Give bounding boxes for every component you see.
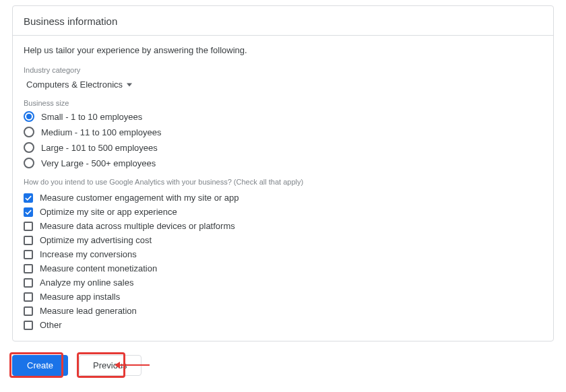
checkbox-label: Measure content monetization bbox=[40, 263, 157, 273]
checkbox-leads[interactable]: Measure lead generation bbox=[24, 306, 542, 316]
footer-actions: Create Previous bbox=[12, 355, 554, 376]
checkbox-optimize[interactable]: Optimize my site or app experience bbox=[24, 207, 542, 217]
usage-group: Measure customer engagement with my site… bbox=[24, 193, 542, 330]
checkbox-icon bbox=[24, 250, 33, 259]
card-body: Help us tailor your experience by answer… bbox=[13, 36, 553, 341]
checkbox-icon bbox=[24, 207, 33, 217]
checkbox-label: Analyze my online sales bbox=[40, 277, 133, 288]
usage-question: How do you intend to use Google Analytic… bbox=[24, 178, 542, 186]
radio-label: Large - 101 to 500 employees bbox=[41, 143, 158, 153]
checkbox-icon bbox=[24, 222, 33, 231]
radio-medium[interactable]: Medium - 11 to 100 employees bbox=[24, 127, 542, 137]
radio-icon bbox=[24, 158, 34, 168]
checkbox-icon bbox=[24, 292, 33, 302]
checkbox-icon bbox=[24, 278, 33, 288]
business-size-label: Business size bbox=[24, 99, 542, 107]
checkbox-icon bbox=[24, 321, 33, 330]
checkbox-label: Measure data across multiple devices or … bbox=[40, 221, 235, 231]
checkbox-label: Other bbox=[40, 320, 62, 330]
checkbox-conversions[interactable]: Increase my conversions bbox=[24, 249, 542, 259]
checkbox-other[interactable]: Other bbox=[24, 320, 542, 330]
checkbox-engagement[interactable]: Measure customer engagement with my site… bbox=[24, 193, 542, 203]
radio-icon bbox=[24, 127, 34, 137]
business-info-card: Business information Help us tailor your… bbox=[12, 5, 554, 341]
annotation-arrow-icon bbox=[120, 364, 150, 366]
checkbox-monetization[interactable]: Measure content monetization bbox=[24, 263, 542, 273]
radio-label: Small - 1 to 10 employees bbox=[41, 112, 142, 122]
industry-label: Industry category bbox=[24, 66, 542, 74]
checkbox-icon bbox=[24, 306, 33, 316]
checkbox-label: Measure app installs bbox=[40, 292, 120, 302]
checkbox-adcost[interactable]: Optimize my advertising cost bbox=[24, 235, 542, 245]
radio-icon bbox=[24, 111, 34, 122]
checkbox-label: Optimize my advertising cost bbox=[40, 235, 152, 245]
radio-label: Medium - 11 to 100 employees bbox=[41, 127, 162, 137]
checkbox-installs[interactable]: Measure app installs bbox=[24, 292, 542, 302]
checkbox-label: Increase my conversions bbox=[40, 249, 137, 259]
chevron-down-icon bbox=[127, 79, 132, 90]
checkbox-crossdevice[interactable]: Measure data across multiple devices or … bbox=[24, 221, 542, 231]
checkbox-label: Measure lead generation bbox=[40, 306, 137, 316]
radio-large[interactable]: Large - 101 to 500 employees bbox=[24, 142, 542, 153]
intro-text: Help us tailor your experience by answer… bbox=[24, 45, 542, 55]
checkbox-label: Measure customer engagement with my site… bbox=[40, 193, 239, 203]
radio-xlarge[interactable]: Very Large - 500+ employees bbox=[24, 158, 542, 168]
checkbox-sales[interactable]: Analyze my online sales bbox=[24, 277, 542, 288]
business-size-group: Small - 1 to 10 employeesMedium - 11 to … bbox=[24, 111, 542, 168]
radio-small[interactable]: Small - 1 to 10 employees bbox=[24, 111, 542, 122]
checkbox-icon bbox=[24, 264, 33, 273]
industry-selected: Computers & Electronics bbox=[26, 79, 123, 90]
checkbox-icon bbox=[24, 193, 33, 203]
card-title: Business information bbox=[13, 6, 553, 36]
radio-label: Very Large - 500+ employees bbox=[41, 158, 156, 168]
create-button[interactable]: Create bbox=[12, 355, 68, 376]
checkbox-icon bbox=[24, 236, 33, 245]
checkbox-label: Optimize my site or app experience bbox=[40, 207, 177, 217]
radio-icon bbox=[24, 142, 34, 153]
industry-dropdown[interactable]: Computers & Electronics bbox=[24, 78, 132, 99]
